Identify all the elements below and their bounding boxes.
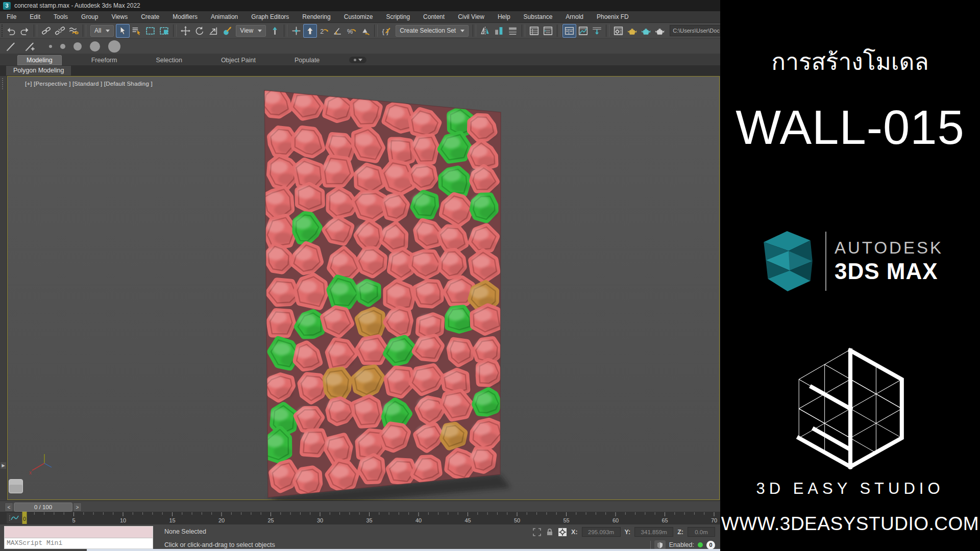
menu-item-graph-editors[interactable]: Graph Editors <box>244 11 296 22</box>
brush-presets-toolbar <box>0 39 720 54</box>
bind-to-space-warp-button[interactable] <box>67 24 81 38</box>
absolute-mode-icon[interactable] <box>558 528 567 537</box>
menu-item-views[interactable]: Views <box>105 11 134 22</box>
mini-curve-editor-button[interactable] <box>7 513 22 523</box>
undo-button[interactable] <box>4 24 18 38</box>
select-and-move-button[interactable] <box>179 24 192 38</box>
redo-button[interactable] <box>18 24 32 38</box>
toolbar-separator <box>473 24 476 37</box>
percent-snap-toggle-button[interactable]: % <box>345 24 358 38</box>
selection-lock-icon[interactable] <box>546 528 554 537</box>
select-and-rotate-button[interactable] <box>192 24 206 38</box>
select-by-name-button[interactable] <box>130 24 143 38</box>
toggle-ribbon-button[interactable] <box>562 24 576 38</box>
spinner-snap-toggle-button[interactable] <box>358 24 372 38</box>
y-coord-value[interactable]: 341.859m <box>634 527 673 537</box>
curve-editor-button[interactable] <box>576 24 590 38</box>
viewport-label[interactable]: [+] [Perspective ] [Standard ] [Default … <box>25 81 153 87</box>
menu-item-customize[interactable]: Customize <box>337 11 380 22</box>
toolbar-grip[interactable] <box>2 24 3 37</box>
select-and-manipulate-button[interactable] <box>289 24 303 38</box>
menu-item-animation[interactable]: Animation <box>204 11 244 22</box>
angle-snap-toggle-button[interactable] <box>331 24 345 38</box>
render-production-button[interactable] <box>653 24 667 38</box>
menu-item-modifiers[interactable]: Modifiers <box>166 11 204 22</box>
dock-grip[interactable] <box>2 78 5 89</box>
toggle-layer-explorer-button[interactable] <box>541 24 555 38</box>
tab-populate[interactable]: Populate <box>285 55 329 65</box>
brush-preset-dot-3[interactable] <box>74 42 82 51</box>
cursor-icon <box>117 26 128 36</box>
render-flyout-button[interactable] <box>590 24 604 38</box>
menu-item-content[interactable]: Content <box>416 11 451 22</box>
named-selection-set-dropdown[interactable]: Create Selection Set <box>396 25 469 37</box>
menu-item-rendering[interactable]: Rendering <box>296 11 337 22</box>
stone-wall-object[interactable] <box>8 77 720 500</box>
previous-frame-button[interactable]: < <box>5 503 13 512</box>
reference-coordinate-system-dropdown[interactable]: View <box>236 25 266 37</box>
menu-item-group[interactable]: Group <box>75 11 105 22</box>
3dsmax-logo-icon <box>757 229 817 294</box>
maxscript-mini-label: MAXScript Mini <box>7 539 62 547</box>
maxscript-mini-listener[interactable]: MAXScript Mini <box>4 526 153 549</box>
select-and-link-button[interactable] <box>39 24 53 38</box>
menu-item-civil-view[interactable]: Civil View <box>451 11 491 22</box>
svg-text:55: 55 <box>563 517 569 523</box>
brush-preset-dot-4[interactable] <box>90 41 100 52</box>
selection-region-icon[interactable] <box>532 528 542 537</box>
tab-polygon-modeling[interactable]: Polygon Modeling <box>6 66 71 76</box>
scene-security-button[interactable] <box>654 540 666 549</box>
menu-item-help[interactable]: Help <box>491 11 517 22</box>
notification-counter[interactable]: 0 <box>706 541 715 549</box>
menu-item-phoenix-fd[interactable]: Phoenix FD <box>590 11 635 22</box>
track-bar-ruler[interactable]: 5101520253035404550556065700 <box>22 512 720 524</box>
project-folder-field[interactable]: C:\Users\User\Doc <box>670 25 720 36</box>
use-pivot-point-center-button[interactable] <box>268 24 282 38</box>
snaps-toggle-button[interactable] <box>303 24 317 38</box>
select-object-button[interactable] <box>116 24 130 38</box>
time-slider-handle[interactable]: 0 / 100 <box>14 503 72 512</box>
rendered-frame-window-button[interactable] <box>639 24 653 38</box>
x-coord-value[interactable]: 295.093m <box>582 527 621 537</box>
ribbon-config-button[interactable] <box>349 57 366 63</box>
menu-item-arnold[interactable]: Arnold <box>559 11 590 22</box>
snap-2d-button[interactable]: 2 <box>317 24 331 38</box>
unlink-selection-button[interactable] <box>53 24 67 38</box>
edit-named-selection-sets-button[interactable]: { } <box>380 24 394 38</box>
track-bar[interactable]: 5101520253035404550556065700 <box>0 512 720 525</box>
teapot-g-icon <box>654 26 665 36</box>
paint-brush-icon[interactable] <box>4 40 18 54</box>
menu-item-create[interactable]: Create <box>134 11 166 22</box>
thai-title: การสร้างโมเดล <box>720 43 980 80</box>
perspective-viewport[interactable]: [+] [Perspective ] [Standard ] [Default … <box>7 76 720 500</box>
brush-preset-dot-1[interactable] <box>49 45 52 48</box>
tab-freeform[interactable]: Freeform <box>82 55 127 65</box>
z-coord-value[interactable]: 0.0m <box>688 527 715 537</box>
menu-item-scripting[interactable]: Scripting <box>379 11 416 22</box>
panel-expand-button[interactable]: ▶ <box>1 462 6 469</box>
tab-object-paint[interactable]: Object Paint <box>212 55 265 65</box>
mirror-button[interactable] <box>478 24 492 38</box>
window-crossing-button[interactable] <box>157 24 171 38</box>
brush-preset-dot-2[interactable] <box>60 44 65 49</box>
rectangular-selection-region-button[interactable] <box>143 24 157 38</box>
select-and-scale-button[interactable] <box>206 24 220 38</box>
tab-modeling[interactable]: Modeling <box>17 55 62 65</box>
layer-manager-button[interactable] <box>506 24 520 38</box>
selection-filter-dropdown[interactable]: All <box>90 25 114 37</box>
toggle-scene-explorer-button[interactable] <box>527 24 541 38</box>
menu-item-edit[interactable]: Edit <box>23 11 47 22</box>
menu-item-tools[interactable]: Tools <box>47 11 75 22</box>
render-setup-button[interactable] <box>611 24 625 38</box>
macro-recorder-field[interactable] <box>5 527 153 538</box>
align-button[interactable] <box>492 24 506 38</box>
brush-preset-dot-5[interactable] <box>108 40 120 53</box>
select-and-place-button[interactable] <box>220 24 234 38</box>
tab-selection[interactable]: Selection <box>146 55 191 65</box>
paint-brush-add-icon[interactable] <box>23 40 37 54</box>
next-frame-button[interactable]: > <box>73 503 82 512</box>
menu-item-substance[interactable]: Substance <box>517 11 559 22</box>
material-editor-button[interactable] <box>625 24 639 38</box>
viewport-layout-tab[interactable] <box>9 479 23 493</box>
menu-item-file[interactable]: File <box>0 11 23 22</box>
